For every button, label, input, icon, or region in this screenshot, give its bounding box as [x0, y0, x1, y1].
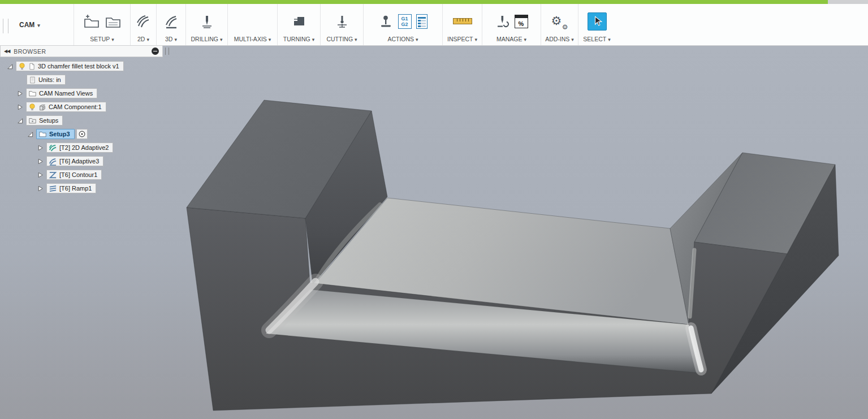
3d-strategy-swirl-icon[interactable]	[164, 14, 179, 29]
group-label-inspect: INSPECT	[447, 36, 473, 42]
scripts-addins-gear-icon[interactable]: ⚙ ⚙	[551, 14, 568, 29]
small-gear-icon: ⚙	[562, 24, 568, 31]
selected-node-chip[interactable]: Setup3	[36, 129, 75, 139]
minimize-browser-icon[interactable]	[152, 47, 159, 55]
toolbar-group-2d: 2D	[130, 4, 156, 45]
cursor-arrow-icon	[590, 14, 604, 29]
setup-origin-target-icon[interactable]	[76, 129, 88, 139]
chevron-down-icon	[146, 36, 149, 42]
browser-title: BROWSER	[14, 48, 148, 55]
group-label-manage: MANAGE	[496, 36, 522, 42]
chevron-down-icon	[524, 36, 526, 42]
panel-resize-grip[interactable]	[165, 47, 169, 55]
measure-ruler-icon[interactable]	[453, 18, 472, 24]
toolbar-grip	[3, 19, 8, 33]
tree-label: CAM Component:1	[49, 103, 102, 110]
tree-label: [T6] Adaptive3	[59, 158, 99, 165]
toolbar: CAM SETUP 2D	[0, 4, 868, 46]
chevron-down-icon	[474, 36, 477, 42]
tree-row-units[interactable]: Units: in	[0, 73, 181, 87]
collapse-panel-icon[interactable]: ◀◀	[4, 49, 10, 54]
tool-library-icon[interactable]	[495, 14, 510, 29]
document-icon	[28, 62, 36, 71]
toolbar-group-manage: % MANAGE	[482, 4, 541, 45]
tree-label: CAM Named Views	[39, 90, 93, 97]
tree-row-toolpath-adaptive2[interactable]: [T2] 2D Adaptive2	[0, 141, 181, 154]
collapsed-twisty-icon[interactable]	[36, 171, 45, 179]
tree-label: 3D chamfer fillet test block v1	[38, 63, 119, 70]
adaptive-toolpath-icon	[49, 157, 57, 166]
gear-icon: ⚙	[551, 14, 562, 28]
setup-folder-icon	[38, 130, 47, 138]
toolbar-group-actions: G1 G2 ACTIONS	[363, 4, 442, 45]
folder-icon[interactable]	[105, 14, 122, 29]
chevron-down-icon	[312, 36, 315, 42]
select-cursor-icon[interactable]	[588, 12, 607, 31]
drill-icon[interactable]	[200, 14, 214, 29]
toolbar-group-setup: SETUP	[74, 4, 130, 45]
tree-label: Setup3	[49, 131, 70, 137]
collapsed-twisty-icon[interactable]	[16, 89, 24, 98]
gcode-g2-text: G2	[401, 21, 408, 27]
setup-sheet-icon[interactable]	[416, 14, 427, 29]
new-setup-folder-icon[interactable]	[83, 14, 100, 29]
chevron-down-icon	[174, 36, 177, 42]
tree-label: Units: in	[38, 76, 61, 83]
lightbulb-icon[interactable]	[28, 103, 36, 111]
chevron-down-icon	[220, 36, 223, 42]
ramp-toolpath-icon	[49, 184, 57, 193]
collapsed-twisty-icon[interactable]	[36, 157, 45, 166]
task-percent-icon[interactable]: %	[515, 15, 528, 28]
tree-row-setup3[interactable]: Setup3	[0, 127, 181, 141]
browser-header: ◀◀ BROWSER	[0, 45, 163, 57]
group-label-setup: SETUP	[90, 36, 110, 42]
workspace-switcher[interactable]: CAM	[0, 4, 74, 45]
workspace-label: CAM	[19, 21, 34, 29]
toolbar-group-cutting: CUTTING	[320, 4, 363, 45]
group-label-select: SELECT	[583, 36, 606, 42]
percent-text: %	[519, 20, 524, 27]
units-document-icon	[29, 76, 36, 84]
collapsed-twisty-icon[interactable]	[16, 103, 24, 111]
tree-row-toolpath-contour1[interactable]: [T6] Contour1	[0, 168, 181, 182]
expanded-twisty-icon[interactable]	[16, 116, 24, 125]
collapsed-twisty-icon[interactable]	[36, 184, 45, 193]
toolbar-group-addins: ⚙ ⚙ ADD-INS	[541, 4, 578, 45]
tree-row-document[interactable]: 3D chamfer fillet test block v1	[0, 59, 181, 73]
tree-row-toolpath-ramp1[interactable]: [T6] Ramp1	[0, 182, 181, 195]
toolbar-group-inspect: INSPECT	[442, 4, 482, 45]
browser-panel: ◀◀ BROWSER 3D chamfer fillet test block …	[0, 45, 181, 195]
tree-label: [T6] Contour1	[59, 171, 97, 178]
expanded-twisty-icon[interactable]	[26, 130, 34, 139]
gcode-badge-icon[interactable]: G1 G2	[398, 14, 412, 29]
2d-adaptive-toolpath-icon	[49, 144, 57, 152]
cutting-probe-icon[interactable]	[335, 14, 349, 29]
group-label-2d: 2D	[137, 36, 145, 42]
component-cube-icon	[38, 103, 46, 111]
contour-toolpath-icon	[49, 171, 57, 179]
tree-row-setups[interactable]: Setups	[0, 114, 181, 127]
tree-label: [T6] Ramp1	[59, 185, 92, 192]
collapsed-twisty-icon[interactable]	[36, 144, 45, 152]
tree-row-named-views[interactable]: CAM Named Views	[0, 87, 181, 100]
tree-row-toolpath-adaptive3[interactable]: [T6] Adaptive3	[0, 154, 181, 168]
tree-row-component[interactable]: CAM Component:1	[0, 100, 181, 114]
browser-tree: 3D chamfer fillet test block v1 Units: i…	[0, 59, 181, 195]
post-process-joystick-icon[interactable]	[379, 14, 394, 29]
tree-label: Setups	[39, 117, 58, 124]
toolbar-group-drilling: DRILLING	[185, 4, 227, 45]
named-views-folder-icon	[28, 89, 37, 97]
turning-profile-icon[interactable]	[292, 14, 306, 29]
chevron-down-icon	[269, 36, 271, 42]
chevron-down-icon	[608, 36, 611, 42]
group-label-addins: ADD-INS	[545, 36, 569, 42]
group-label-turning: TURNING	[283, 36, 310, 42]
lightbulb-icon[interactable]	[18, 62, 26, 71]
setups-folder-icon	[28, 116, 37, 124]
2d-strategy-swirl-icon[interactable]	[136, 14, 151, 29]
group-label-drilling: DRILLING	[191, 36, 218, 42]
group-label-cutting: CUTTING	[326, 36, 353, 42]
group-label-actions: ACTIONS	[387, 36, 414, 42]
expanded-twisty-icon[interactable]	[6, 62, 14, 71]
toolbar-group-3d: 3D	[156, 4, 185, 45]
